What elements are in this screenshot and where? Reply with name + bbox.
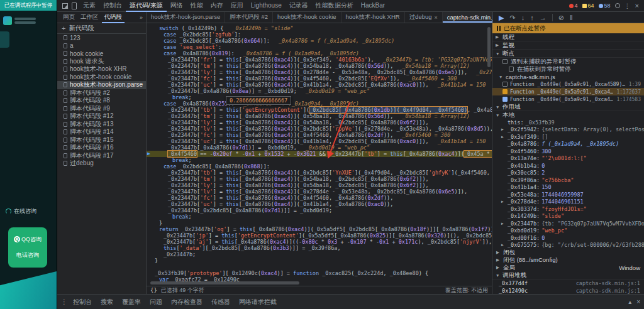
tab-HackBar[interactable]: HackBar [357,0,389,12]
scope-variable-row[interactable]: ▶_0x3ef349:[] [492,133,644,141]
file-tab[interactable]: hook技术-hook-json.parse [147,12,225,23]
callstack-frame[interactable]: _0x12490ccaptcha-sdk.min.js:1 [492,287,644,294]
drawer-tab-搜索[interactable]: 搜索 [96,295,118,309]
step-over-icon[interactable]: ↷ [509,12,515,23]
scope-variable-row[interactable]: _0x41b1a4:150 [492,184,644,192]
drawer-tab-网络请求拦截[interactable]: 网络请求拦截 [235,295,281,309]
device-toolbar-icon[interactable] [72,3,77,9]
scope-closure-row[interactable]: ▶闭包 [492,249,644,256]
step-icon[interactable]: → [540,12,547,23]
pause-on-exception-row[interactable]: 遇到未捕获的异常时暂停 [492,58,644,65]
tab-性能数据分析[interactable]: 性能数据分析 [312,0,357,12]
section-threads[interactable]: ▶线程 [492,33,644,41]
snippet-item[interactable]: 脚本代码段 #15 [57,136,146,144]
issues-count-badge[interactable]: 58 [599,3,611,9]
snippet-item[interactable]: 脚本代码段 #12 [57,112,146,121]
pause-on-exception-row[interactable]: 在捕获到异常时暂停 [492,65,644,73]
scope-variable-row[interactable]: ▶_0x278d4e:1744046961151 [492,198,644,206]
settings-gear-icon[interactable] [615,3,620,8]
tab-内存[interactable]: 内存 [207,0,227,12]
section-breakpoints[interactable]: ▼断点 [492,50,644,58]
section-callstack[interactable]: ▼调用堆栈 [492,271,644,279]
scope-variable-row[interactable]: ▶_0x675575:{bg: "/crb/set-000006/v2/63fb… [492,242,644,249]
snippet-item[interactable]: hook 请求头 [57,58,146,66]
drawer-tab-内存检查器[interactable]: 内存检查器 [167,295,207,309]
tab-源代码/来源[interactable]: 源代码/来源 [126,0,167,12]
inspect-element-icon[interactable] [62,3,68,9]
devtools-menu-icon[interactable]: ⋮ [625,3,631,9]
drawer-tab-问题[interactable]: 问题 [145,295,167,309]
scope-variable-row[interactable]: _0x53e48a:1744046959987 [492,191,644,198]
checkbox[interactable] [502,59,508,64]
snippet-item[interactable]: 脚本代码段 #8 [57,97,146,105]
phone-consult-button[interactable]: 电话咨询 [16,251,39,259]
section-scope[interactable]: ▼作用域 [492,103,644,111]
snippet-item[interactable]: a [57,42,146,50]
pause-on-exceptions-icon[interactable]: ‖ [570,12,573,23]
section-watch[interactable]: ▶监视 [492,41,644,50]
scope-closure-row[interactable]: ▶闭包 (88../smConfig) [492,256,644,264]
step-into-icon[interactable]: ↓ [521,12,525,23]
scope-variable-row[interactable]: _0x4f5460:300 [492,148,644,155]
scope-variable-row[interactable]: _0xd00f16:0 [492,234,644,242]
snippet-item[interactable]: hook技术-hook XHR [57,65,146,73]
tab-网络[interactable]: 网络 [167,0,187,12]
deactivate-breakpoints-icon[interactable]: ⊘ [558,12,564,23]
pretty-print-icon[interactable]: {} [150,287,157,293]
snippet-item[interactable]: hook技术-hook cookie [57,73,146,82]
file-tab[interactable]: hook技术-hook cookie [273,12,341,23]
navigator-tab-overflow-icon[interactable]: » [140,14,143,21]
snippet-item[interactable]: 过debug [57,160,146,168]
step-out-icon[interactable]: ↑ [530,12,534,23]
navigator-tab-网页[interactable]: 网页 [60,12,77,23]
tab-close-icon[interactable]: × [435,14,438,21]
resume-icon[interactable]: ▶ [499,12,504,23]
scope-variable-row[interactable]: _0x4b1b4a:0 [492,162,644,170]
tab-性能[interactable]: 性能 [187,0,207,12]
file-tab[interactable]: captcha-sdk.min.js× [443,12,492,23]
qq-consult-button[interactable]: QQQ咨询 [14,236,42,244]
snippet-item[interactable]: hook cookie [57,50,146,58]
new-snippet-button[interactable]: + 新代码段 [57,23,146,34]
snippet-item[interactable]: 123 [57,34,146,42]
scope-variable-row[interactable]: _0x4a8786:f (_0x1ad9a4, _0x1895dc) [492,141,644,148]
scope-variable-row[interactable]: ▶_0x23447b:{tb: "PG32q07p7aUN7Vq5wM7VvbX… [492,220,644,227]
scope-variable-row[interactable]: _0x13a74e:"'2\u001d:l:[" [492,155,644,163]
navigator-tab-代码段[interactable]: 代码段 [102,12,125,23]
drawer-tab-覆盖率[interactable]: 覆盖率 [118,295,145,309]
warning-count-badge[interactable]: 64 [582,3,594,9]
snippet-item[interactable]: 脚本代码段 #13 [57,121,146,129]
page-edge-tab[interactable] [0,31,9,48]
file-tab[interactable]: hook技术-hook XHR [341,12,405,23]
horizontal-scrollbar[interactable] [150,281,299,285]
scope-variable-row[interactable]: ▶_0x2f5942:{selectData: Array(0), select… [492,126,644,134]
snippet-item[interactable]: 脚本代码段 #14 [57,128,146,136]
devtools-close-icon[interactable]: × [635,2,639,9]
snippet-item[interactable]: 脚本代码段 #17 [57,152,146,160]
scope-variable-row[interactable]: this:_0x53fb39 [492,119,644,126]
tab-记录器[interactable]: 记录器 [286,0,312,12]
navigator-tab-工作区[interactable]: 工作区 [78,12,101,23]
callstack-frame[interactable]: _0x377d4fcaptcha-sdk.min.js:1 [492,279,644,287]
snippet-item[interactable]: 脚本代码段 #9 [57,105,146,113]
breakpoint-file-group[interactable]: ▼captcha-sdk.min.js [492,73,644,80]
online-consult-button[interactable]: 在线咨询 [6,207,36,215]
scope-variable-row[interactable]: _0xbd0d19:"web_pc" [492,227,644,235]
breakpoint-checkbox[interactable] [502,97,508,102]
drawer-menu-icon[interactable]: ⋮ [61,298,67,305]
scope-variable-row[interactable]: _0x30337d:"fzoyHfdJO1s=" [492,205,644,213]
tab-应用[interactable]: 应用 [227,0,247,12]
error-count-badge[interactable]: 4 [569,3,578,9]
vertical-scrollbar[interactable] [487,27,491,67]
tab-控制台[interactable]: 控制台 [99,0,126,12]
breakpoint-entry[interactable]: Function _0x449e(_0x5a9c91,_0xca4589){v…… [492,95,644,103]
scope-variable-row[interactable]: _0x39f86a:"c756bcba" [492,176,644,184]
scope-closure-row[interactable]: ▶全局Window [492,264,644,271]
file-tab[interactable]: 脚本代码段 #2 [225,12,273,23]
breakpoint-checkbox[interactable] [502,82,508,87]
tab-元素[interactable]: 元素 [79,0,99,12]
drawer-close-icon[interactable]: × [636,298,640,305]
snippet-item[interactable]: hook技术-hook-json.parse [57,81,146,89]
snippet-item[interactable]: 脚本代码段 #2 [57,89,146,97]
drawer-tab-传感器[interactable]: 传感器 [207,295,235,309]
